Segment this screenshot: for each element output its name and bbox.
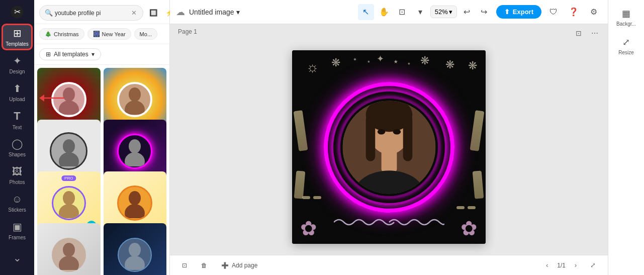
filter-row: ⊞ All templates ▾ [34,44,169,65]
svg-point-28 [377,129,385,134]
sidebar-panel: 🔍 ✕ 🔲 ⚡ 🎄 Christmas 🎆 New Year Mo... ⊞ A… [34,0,170,275]
shield-icon-button[interactable]: 🛡 [545,4,562,20]
svg-point-11 [59,204,79,218]
sidebar-item-more[interactable]: ⌄ [2,245,32,271]
tag-christmas[interactable]: 🎄 Christmas [39,28,84,40]
templates-grid: PRO + [34,65,169,275]
christmas-emoji: 🎄 [45,31,52,37]
delete-page-button[interactable]: 🗑 [197,260,211,271]
stickers-icon: ☺ [12,194,22,205]
shapes-icon: ◯ [12,138,23,150]
chevron-down-icon: ▾ [91,51,95,58]
svg-point-14 [63,243,75,257]
svg-point-4 [129,87,141,102]
svg-rect-26 [381,149,397,172]
history-buttons: ↩ ↪ [459,4,492,20]
select-tool-button[interactable]: ↖ [358,4,374,20]
person-photo [342,101,435,194]
grid-icon: ⊞ [46,51,51,58]
sidebar-item-text[interactable]: T Text [2,107,32,133]
document-title[interactable]: Untitled image ▾ [189,8,240,16]
search-bar: 🔍 ✕ 🔲 ⚡ [34,0,169,24]
svg-point-7 [59,152,79,166]
pagination: ‹ 1/1 › ⤢ [541,258,600,272]
filter-all-templates-button[interactable]: ⊞ All templates ▾ [39,48,101,60]
trash-icon: 🗑 [201,262,207,269]
tag-newyear[interactable]: 🎆 New Year [87,28,131,40]
copy-page-button[interactable]: ⊡ [178,260,191,271]
undo-button[interactable]: ↩ [459,4,475,20]
svg-point-15 [59,256,79,270]
export-icon: ⬆ [504,8,510,16]
page-thumbnail-button[interactable]: ⊡ [572,26,586,40]
svg-point-29 [393,129,400,134]
newyear-emoji: 🎆 [93,31,100,37]
export-button[interactable]: ⬆ Export [496,5,541,19]
canvas-frame[interactable]: ☼ ❋ ⋆ ⋆ ✦ ⋆ ⋆ ❋ ❋ ❋ [292,50,486,244]
svg-point-2 [63,87,75,102]
svg-point-8 [129,139,141,153]
svg-point-6 [63,139,75,153]
svg-point-16 [129,243,141,257]
page-label-area: Page 1 [178,28,197,35]
next-page-button[interactable]: › [570,259,582,271]
svg-point-3 [59,101,79,115]
add-page-button[interactable]: ➕ Add page [217,260,261,271]
settings-button[interactable]: ⚙ [586,4,602,20]
search-input[interactable] [55,10,130,17]
sidebar-item-templates[interactable]: ⊞ Templates [2,24,32,50]
zoom-chevron-icon: ▾ [449,8,452,16]
resize-panel-item[interactable]: ⤢ Resize [610,33,642,59]
page-more-button[interactable]: ⋯ [588,26,602,40]
design-icon: ✦ [13,55,22,67]
svg-point-9 [125,152,145,166]
frames-icon: ▣ [13,221,22,233]
zoom-control[interactable]: 52% ▾ [430,6,457,18]
app-logo[interactable]: ✂ [8,4,26,20]
sidebar-item-design[interactable]: ✦ Design [2,52,32,77]
canvas-center: ☼ ❋ ⋆ ⋆ ✦ ⋆ ⋆ ❋ ❋ ❋ [170,24,608,255]
photos-icon: 🖼 [12,166,22,177]
sidebar-item-shapes[interactable]: ◯ Shapes [2,135,32,160]
svg-point-5 [125,101,145,115]
chevron-down-icon: ▾ [236,8,240,16]
copy-icon: ⊡ [182,262,187,269]
resize-icon: ⤢ [622,37,630,48]
background-icon: ▦ [622,8,630,19]
background-panel-item[interactable]: ▦ Backgr... [610,4,642,31]
search-input-wrap[interactable]: 🔍 ✕ [39,5,143,21]
redo-button[interactable]: ↪ [476,4,492,20]
text-icon: T [14,110,20,123]
svg-point-17 [125,256,145,270]
sidebar-item-stickers[interactable]: ☺ Stickers [2,190,32,216]
help-button[interactable]: ❓ [566,4,582,20]
image-search-button[interactable]: 🔲 [146,6,160,20]
template-card-8[interactable] [104,223,167,275]
template-card-7[interactable] [37,223,101,275]
top-bar-left: ☁ Untitled image ▾ [176,7,354,18]
expand-button[interactable]: ⤢ [586,258,600,272]
person-photo-inner [342,101,435,194]
left-toolbar: ✂ ⊞ Templates ✦ Design ⬆ Upload T Text ◯… [0,0,34,275]
tag-more[interactable]: Mo... [134,28,157,40]
svg-rect-24 [365,115,375,161]
svg-text:✂: ✂ [14,7,21,16]
bottom-bar: ⊡ 🗑 ➕ Add page ‹ 1/1 › ⤢ [170,255,608,275]
clear-search-button[interactable]: ✕ [130,8,138,18]
sidebar-item-photos[interactable]: 🖼 Photos [2,162,32,188]
hand-tool-button[interactable]: ✋ [376,4,392,20]
frame-chevron-button[interactable]: ▾ [412,4,428,20]
right-panel: ▦ Backgr... ⤢ Resize [608,0,644,275]
prev-page-button[interactable]: ‹ [541,259,553,271]
svg-point-10 [63,191,75,205]
top-bar-tools: ↖ ✋ ⊡ ▾ 52% ▾ ↩ ↪ [358,4,492,20]
top-bar-right: ⬆ Export 🛡 ❓ ⚙ [496,4,602,20]
sidebar-item-upload[interactable]: ⬆ Upload [2,79,32,105]
svg-point-13 [125,204,145,218]
page-actions: ⊡ ⋯ [572,26,602,40]
search-icon: 🔍 [45,9,53,17]
sidebar-item-frames[interactable]: ▣ Frames [2,218,32,243]
frame-tool-button[interactable]: ⊡ [394,4,410,20]
cloud-save-icon: ☁ [176,7,185,18]
svg-rect-25 [403,115,412,161]
